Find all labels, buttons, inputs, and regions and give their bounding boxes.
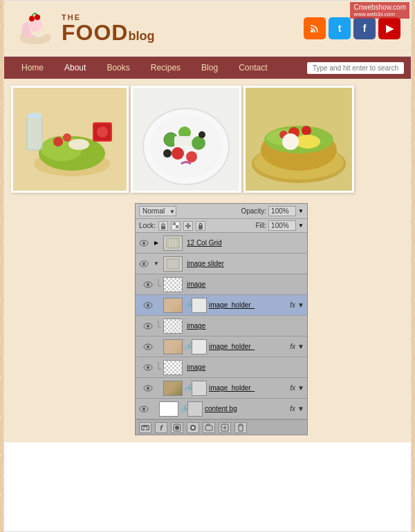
layer-name: content bg bbox=[203, 405, 290, 412]
nav-books[interactable]: Books bbox=[96, 57, 140, 79]
layer-mask bbox=[192, 339, 207, 354]
logo-blog: blog bbox=[128, 30, 154, 42]
lock-row: Lock: Fill: 100% ▼ bbox=[136, 219, 307, 233]
logo-food: FOOD bbox=[62, 21, 128, 44]
fill-arrow: ▼ bbox=[298, 222, 304, 229]
layer-row[interactable]: ▼ image slider bbox=[136, 254, 307, 274]
lock-position-icon[interactable] bbox=[158, 221, 168, 231]
eye-icon[interactable] bbox=[138, 238, 149, 249]
youtube-button[interactable]: ▶ bbox=[378, 17, 400, 39]
svg-point-50 bbox=[142, 242, 145, 245]
layers-toolbar: Normal ▼ Opacity: 100% ▼ bbox=[136, 204, 307, 219]
chain-icon: 🔗 bbox=[185, 343, 192, 350]
group-button[interactable] bbox=[203, 422, 215, 433]
layer-thumbnail bbox=[163, 236, 183, 251]
adjustment-button[interactable] bbox=[187, 422, 199, 433]
layer-row[interactable]: 🔗 image_holder_ fx ▼ bbox=[136, 295, 307, 316]
layer-mask bbox=[192, 298, 207, 313]
opacity-value: 100% bbox=[268, 206, 296, 216]
svg-rect-47 bbox=[173, 225, 176, 228]
eye-icon[interactable] bbox=[142, 341, 154, 352]
svg-point-76 bbox=[192, 426, 194, 429]
new-layer-button[interactable] bbox=[219, 422, 231, 433]
layer-row[interactable]: image bbox=[136, 274, 307, 295]
layer-thumbnail bbox=[163, 360, 183, 375]
svg-point-8 bbox=[311, 30, 313, 32]
svg-point-30 bbox=[163, 149, 172, 158]
eye-icon[interactable] bbox=[142, 279, 154, 290]
lock-all-icon[interactable] bbox=[196, 221, 205, 231]
eye-icon[interactable] bbox=[142, 362, 154, 373]
opacity-arrow: ▼ bbox=[298, 208, 304, 214]
slide-2 bbox=[131, 86, 241, 193]
slide-3 bbox=[243, 86, 354, 193]
eye-icon[interactable] bbox=[138, 258, 149, 269]
lock-label: Lock: bbox=[139, 222, 156, 229]
nav-contact[interactable]: Contact bbox=[228, 57, 277, 79]
eye-icon[interactable] bbox=[138, 403, 149, 415]
chain-icon: 🔗 bbox=[185, 384, 192, 392]
eye-icon[interactable] bbox=[142, 383, 154, 394]
svg-rect-45 bbox=[176, 225, 178, 228]
svg-rect-46 bbox=[176, 222, 178, 225]
link-layers-button[interactable] bbox=[139, 422, 151, 433]
svg-point-28 bbox=[186, 151, 197, 162]
eye-icon[interactable] bbox=[142, 321, 154, 332]
nav-blog[interactable]: Blog bbox=[191, 57, 228, 79]
layer-row[interactable]: image bbox=[136, 316, 307, 336]
facebook-button[interactable]: f bbox=[353, 17, 376, 39]
layer-row[interactable]: ▶ 12 Col Grid bbox=[136, 233, 307, 254]
search-input[interactable] bbox=[307, 62, 404, 74]
eye-icon[interactable] bbox=[142, 300, 154, 311]
slide-1 bbox=[11, 86, 129, 193]
twitter-button[interactable]: t bbox=[329, 17, 351, 39]
svg-rect-58 bbox=[167, 259, 179, 269]
svg-point-5 bbox=[35, 15, 40, 20]
layer-row[interactable]: image bbox=[136, 357, 307, 378]
rss-button[interactable] bbox=[304, 17, 326, 39]
svg-point-31 bbox=[199, 131, 205, 138]
layer-name: image bbox=[185, 281, 304, 288]
svg-point-60 bbox=[147, 283, 149, 286]
layer-row[interactable]: 🔗 image_holder_ fx ▼ bbox=[136, 336, 307, 357]
svg-point-72 bbox=[142, 408, 145, 410]
layer-name: image slider bbox=[185, 260, 304, 267]
slide-2-image bbox=[133, 88, 239, 191]
svg-point-13 bbox=[53, 137, 63, 146]
lock-move-icon[interactable] bbox=[183, 221, 193, 231]
layer-more: ▼ bbox=[297, 384, 304, 392]
svg-rect-29 bbox=[174, 136, 192, 146]
svg-point-42 bbox=[282, 133, 299, 150]
layer-thumbnail bbox=[163, 319, 183, 334]
layer-style-button[interactable]: f bbox=[155, 422, 167, 433]
opacity-label: Opacity: bbox=[241, 207, 266, 215]
nav-bar: Home About Books Recipes Blog Contact bbox=[4, 57, 411, 79]
slide-3-image bbox=[246, 88, 352, 191]
layer-mask bbox=[192, 381, 207, 396]
mask-button[interactable] bbox=[171, 422, 183, 433]
layer-more: ▼ bbox=[297, 405, 304, 412]
svg-rect-51 bbox=[167, 238, 179, 248]
svg-point-17 bbox=[27, 113, 42, 118]
slide-1-image bbox=[13, 88, 127, 191]
svg-point-15 bbox=[68, 139, 89, 150]
nav-recipes[interactable]: Recipes bbox=[140, 57, 191, 79]
nav-about[interactable]: About bbox=[54, 57, 96, 79]
svg-point-66 bbox=[147, 345, 149, 348]
svg-rect-77 bbox=[205, 426, 212, 430]
svg-rect-48 bbox=[199, 225, 203, 229]
layer-name: image_holder_ bbox=[207, 343, 290, 350]
layer-name: image bbox=[185, 363, 304, 371]
blend-mode-select[interactable]: Normal bbox=[139, 206, 176, 216]
layer-row[interactable]: 🔗 image_holder_ fx ▼ bbox=[136, 378, 307, 399]
layer-row[interactable]: 🔗 content bg fx ▼ bbox=[136, 399, 307, 419]
expand-icon[interactable]: ▼ bbox=[151, 259, 161, 269]
nav-home[interactable]: Home bbox=[11, 57, 54, 79]
svg-point-68 bbox=[147, 366, 149, 369]
lock-pixel-icon[interactable] bbox=[171, 221, 181, 231]
layer-name: image_holder_ bbox=[207, 384, 290, 392]
delete-layer-button[interactable] bbox=[234, 422, 247, 433]
layers-panel: Normal ▼ Opacity: 100% ▼ Lock: bbox=[135, 203, 308, 435]
expand-icon[interactable]: ▶ bbox=[151, 238, 161, 248]
main-content: Normal ▼ Opacity: 100% ▼ Lock: bbox=[4, 200, 411, 442]
